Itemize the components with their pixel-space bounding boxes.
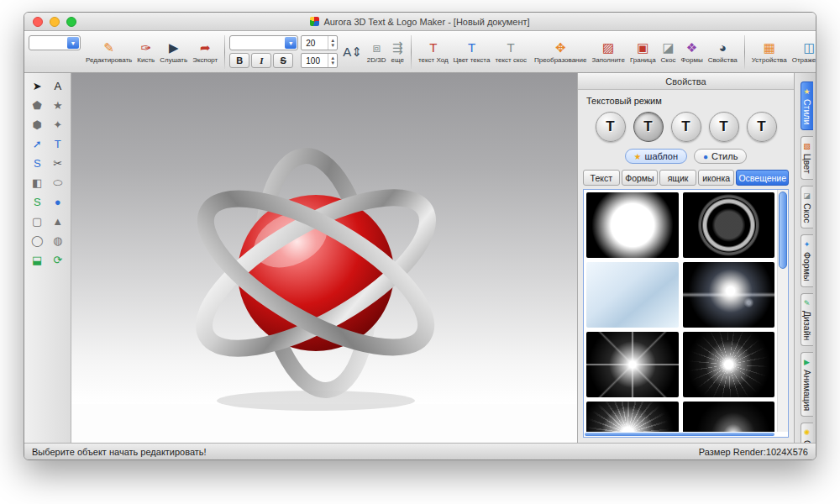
spark-tool[interactable]: ✦	[49, 116, 68, 134]
text-tool[interactable]: A	[49, 77, 68, 95]
panel-tabs: ТекстФормыящикиконкаОсвещение	[578, 170, 794, 189]
cylinder-tool[interactable]: ⬭	[49, 174, 68, 192]
side-tab-Скос[interactable]: ◪Скос	[801, 186, 813, 228]
text-mode-button-4[interactable]: T	[709, 112, 739, 142]
text-tool-icon: A	[54, 81, 61, 92]
minimize-button[interactable]	[50, 17, 60, 27]
side-tab-Анимация[interactable]: ▶Анимация	[801, 352, 813, 417]
svg-tool[interactable]: S	[28, 155, 47, 172]
lighting-thumbnail-burst-rays[interactable]	[586, 402, 679, 432]
template-style-row: ★ шаблон ● Стиль	[578, 149, 794, 170]
toolbar-button-devices[interactable]: ▦Устройства	[749, 34, 790, 71]
template-button[interactable]: ★ шаблон	[625, 149, 687, 164]
side-tab-Цвет[interactable]: ▧Цвет	[801, 136, 813, 180]
polygon-tool[interactable]: ⬟	[28, 97, 47, 114]
side-tab-Дизайн[interactable]: ✎Дизайн	[801, 293, 813, 346]
spinner-arrows-icon[interactable]: ▲▼	[328, 54, 337, 67]
style-button[interactable]: ● Стиль	[694, 149, 747, 164]
toolbar-button-play[interactable]: ▶Слушать	[157, 34, 190, 71]
cut-tool[interactable]: ✂	[49, 155, 68, 172]
toolbar-button-border[interactable]: ▣Граница	[627, 34, 659, 71]
arrow-tool[interactable]: ➚	[28, 135, 47, 153]
rounded-rect-tool[interactable]: ▢	[28, 213, 47, 230]
shape-s-tool-icon: S	[34, 197, 41, 207]
side-tab-label: Анимация	[802, 370, 812, 411]
side-tab-Стили[interactable]: ★Стили	[801, 81, 813, 130]
toolbar-button-export[interactable]: ➦Экспорт	[190, 34, 220, 71]
shape-s-tool[interactable]: S	[28, 193, 47, 211]
sphere-tool[interactable]: ●	[49, 193, 68, 211]
toolbar-button-fill[interactable]: ▨Заполните	[589, 34, 627, 71]
toolbar-button-reflection[interactable]: ◫Отражение	[790, 34, 816, 71]
text-mode-button-5[interactable]: T	[747, 112, 777, 142]
scrollbar-thumb[interactable]	[779, 192, 787, 269]
toolbar-button-font-scale[interactable]: A⇕	[340, 34, 365, 71]
font-family-combo[interactable]: ▼	[229, 35, 298, 50]
image-tool[interactable]: ⬓	[28, 251, 47, 269]
toolbar-button-text-color[interactable]: TЦвет текста	[451, 34, 493, 71]
preset-combo[interactable]: ▼	[29, 35, 81, 50]
tab-Текст[interactable]: Текст	[583, 170, 620, 186]
template-label: шаблон	[645, 151, 678, 161]
blob-tool-icon: ⬢	[33, 119, 42, 130]
text-mode-button-3[interactable]: T	[671, 112, 701, 142]
blob-tool[interactable]: ⬢	[28, 116, 47, 134]
star-tool[interactable]: ★	[49, 97, 68, 114]
dome-tool[interactable]: ◍	[49, 232, 68, 249]
strike-button[interactable]: S	[273, 53, 293, 68]
tab-ящик[interactable]: ящик	[659, 170, 696, 186]
cube-tool[interactable]: ◧	[28, 174, 47, 192]
document-canvas[interactable]	[71, 73, 577, 443]
side-tab-label: Скос	[802, 203, 812, 223]
lighting-thumbnail-dot-ring[interactable]	[683, 192, 775, 258]
lighting-thumbnail-dim-glow[interactable]	[683, 402, 775, 432]
lighting-thumbnail-sunburst[interactable]	[683, 332, 775, 397]
toolbar-button-bevel[interactable]: ◪Скос	[659, 34, 679, 71]
tab-Формы[interactable]: Формы	[622, 170, 659, 186]
side-tab-Формы[interactable]: ✦Формы	[801, 234, 813, 286]
toolbar-button-text-bevel[interactable]: Tтекст скос	[492, 34, 529, 71]
zoom-button[interactable]	[66, 17, 76, 27]
select-tool[interactable]: ➤	[28, 77, 47, 95]
lighting-thumbnail-lens-flare[interactable]	[683, 262, 775, 328]
side-tab-label: Формы	[802, 252, 812, 281]
3d-sphere-rings-object[interactable]	[173, 147, 459, 416]
bold-button[interactable]: B	[229, 53, 249, 68]
lighting-thumbnail-star-flare[interactable]	[586, 332, 679, 397]
italic-button[interactable]: I	[251, 53, 271, 68]
toolbar-button-brush[interactable]: ✑Кисть	[134, 34, 157, 71]
close-button[interactable]	[33, 17, 43, 27]
text-mode-button-2[interactable]: T	[633, 112, 664, 142]
toolbar-button-properties[interactable]: ◕Свойства	[706, 34, 740, 71]
tab-иконка[interactable]: иконка	[698, 170, 735, 186]
spinner-arrows-icon[interactable]: ▲▼	[328, 36, 337, 50]
toolbar-button-text-path[interactable]: Tтекст Ход	[416, 34, 451, 71]
select-tool-icon: ➤	[33, 81, 42, 92]
font-col: ▼ BIS	[229, 34, 298, 71]
toolbar-button-edit[interactable]: ✎Редактировать	[83, 34, 134, 71]
font-size-spinner[interactable]: 20 ▲▼	[301, 35, 338, 50]
refresh-tool[interactable]: ⟳	[49, 251, 68, 269]
horizontal-scrollbar[interactable]	[585, 433, 774, 436]
tab-Освещение[interactable]: Освещение	[736, 170, 789, 186]
svg-tool-icon: S	[34, 158, 41, 169]
cone-tool[interactable]: ▲	[49, 213, 68, 230]
vertical-scrollbar[interactable]	[777, 190, 788, 432]
lighting-thumbnail-blue-sky[interactable]	[586, 262, 679, 328]
toolbar-button-shapes[interactable]: ❖Формы	[678, 34, 705, 71]
toolbar-button-2d3d[interactable]: ⧈2D/3D	[365, 34, 389, 71]
border-icon: ▣	[637, 39, 648, 56]
lighting-thumbnail-soft-glow[interactable]	[586, 192, 679, 258]
toolbar-button-label: Формы	[680, 56, 702, 64]
toolbar-button-transform[interactable]: ✥Преобразование	[532, 34, 589, 71]
toolbar-button-label: текст Ход	[418, 56, 449, 64]
toolbar-button-more[interactable]: ⇶еще	[389, 34, 407, 71]
depth-spinner[interactable]: 100 ▲▼	[301, 53, 338, 68]
text-mode-button-1[interactable]: T	[596, 112, 626, 142]
ring-tool-icon: ◯	[31, 235, 44, 246]
ring-tool[interactable]: ◯	[28, 232, 47, 249]
title-wrap: Aurora 3D Text & Logo Maker - [Новый док…	[24, 17, 816, 27]
toolbar-separator	[744, 35, 745, 69]
text3d-tool[interactable]: T	[49, 135, 68, 153]
toolbar-button-label: Граница	[630, 56, 656, 64]
